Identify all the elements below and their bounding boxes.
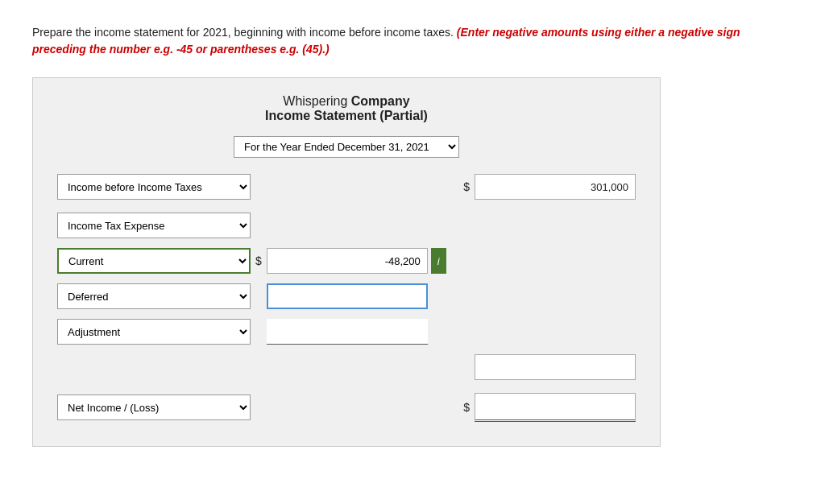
net-income-input[interactable] bbox=[475, 393, 636, 422]
period-select[interactable]: For the Year Ended December 31, 2021 bbox=[234, 136, 459, 158]
instruction-text: Prepare the income statement for 2021, b… bbox=[32, 26, 454, 39]
adjustment-select[interactable]: Adjustment bbox=[57, 319, 251, 345]
current-input[interactable] bbox=[267, 248, 428, 274]
form-container: Whispering Company Income Statement (Par… bbox=[32, 77, 661, 447]
current-row: Current $ i bbox=[57, 248, 636, 274]
subtotal-row bbox=[57, 354, 636, 380]
income-before-select[interactable]: Income before Income Taxes bbox=[57, 174, 251, 200]
income-before-amount: 301,000 bbox=[475, 174, 636, 200]
dollar-sign-5: $ bbox=[463, 401, 470, 414]
deferred-input[interactable] bbox=[267, 283, 428, 309]
period-select-row: For the Year Ended December 31, 2021 bbox=[57, 136, 636, 158]
net-income-row: Net Income / (Loss) $ bbox=[57, 393, 636, 422]
company-header: Whispering Company Income Statement (Par… bbox=[57, 94, 636, 123]
instructions: Prepare the income statement for 2021, b… bbox=[32, 24, 793, 58]
subtotal-input[interactable] bbox=[475, 354, 636, 380]
company-name: Whispering Company bbox=[57, 94, 636, 109]
income-before-row: Income before Income Taxes $ 301,000 bbox=[57, 174, 636, 200]
adjustment-row: Adjustment $ bbox=[57, 319, 636, 345]
adjustment-input[interactable] bbox=[267, 319, 428, 345]
dollar-sign-2: $ bbox=[255, 254, 262, 267]
income-tax-select[interactable]: Income Tax Expense bbox=[57, 213, 251, 238]
net-income-select[interactable]: Net Income / (Loss) bbox=[57, 395, 251, 420]
deferred-row: Deferred $ bbox=[57, 283, 636, 309]
info-button[interactable]: i bbox=[431, 248, 446, 274]
deferred-select[interactable]: Deferred bbox=[57, 283, 251, 309]
current-select[interactable]: Current bbox=[57, 248, 251, 274]
statement-title: Income Statement (Partial) bbox=[57, 109, 636, 123]
dollar-sign-1: $ bbox=[463, 180, 470, 193]
income-tax-row: Income Tax Expense bbox=[57, 213, 636, 238]
